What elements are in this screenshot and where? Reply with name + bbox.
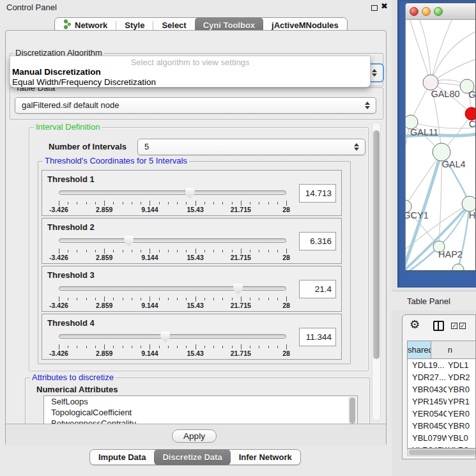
tab-label: jActiveMNodules [272, 20, 339, 30]
dropdown-option-equal-width[interactable]: Equal Width/Frequency Discretization [10, 77, 370, 88]
threshold-value-field[interactable]: 6.316 [299, 232, 336, 250]
slider-track[interactable] [59, 286, 286, 291]
number-of-intervals-combobox[interactable]: 5 [137, 139, 365, 155]
gear-icon[interactable]: ⚙ [410, 318, 420, 332]
close-traffic-light-icon[interactable] [410, 7, 418, 16]
table-row[interactable]: YDL19...YDL1 [408, 359, 476, 371]
attribute-item[interactable]: BetweennessCentrality [44, 418, 357, 424]
column-header-shared-name[interactable]: shared... [408, 341, 431, 358]
network-window: GAL80G.CGAL11GAL4GCY1HHAP2 [405, 3, 476, 271]
table-row[interactable]: YER054CYER0 [408, 408, 476, 420]
algorithm-dropdown-popup: Select algorithm to view settings Manual… [10, 56, 371, 88]
table-cell: YPR1 [447, 395, 476, 408]
control-panel: Control Panel ✖ Network Style Select Cyn… [0, 0, 392, 476]
tab-impute-data[interactable]: Impute Data [90, 449, 154, 465]
threshold-label: Threshold 2 [47, 222, 95, 232]
network-window-frame: GAL80G.CGAL11GAL4GCY1HHAP2 [397, 0, 476, 288]
tab-label: Select [162, 20, 186, 30]
table-horizontal-scrollbar[interactable] [407, 449, 476, 456]
scrollbar-thumb[interactable] [373, 130, 380, 359]
table-row[interactable]: YPR145WYPR1 [408, 395, 476, 408]
threshold-row: Threshold 4 -3.4262.8599.14415.4321.7152… [42, 314, 342, 360]
scrollbar-thumb[interactable] [349, 397, 355, 424]
table-cell: YDL1 [447, 359, 476, 371]
network-node[interactable] [462, 196, 476, 211]
slider-track[interactable] [59, 238, 286, 243]
stepper-icon [372, 69, 377, 77]
apply-row: Apply [6, 424, 386, 446]
slider-scale-labels: -3.4262.8599.14415.4321.71528 [59, 206, 286, 213]
slider-ticks [59, 296, 286, 302]
network-canvas[interactable]: GAL80G.CGAL11GAL4GCY1HHAP2 [406, 20, 476, 271]
slider-ticks [59, 249, 286, 254]
threshold-label: Threshold 1 [47, 174, 95, 184]
attribute-item[interactable]: TopologicalCoefficient [44, 407, 357, 418]
slider-thumb[interactable] [160, 332, 170, 342]
network-window-titlebar[interactable] [406, 3, 476, 20]
table-row[interactable]: YBL079WYBL0 [408, 432, 476, 444]
slider-thumb[interactable] [185, 188, 195, 199]
stepper-icon [365, 102, 370, 109]
attributes-group-label: Attributes to discretize [30, 372, 116, 382]
list-scrollbar[interactable] [348, 397, 357, 424]
node-table: shared... n YDL19...YDL1YDR27...YDR2YBR0… [407, 341, 476, 449]
table-cell: YDR2 [447, 371, 476, 383]
interval-group-label: Interval Definition [34, 122, 102, 132]
table-row[interactable]: YDR27...YDR2 [408, 371, 476, 383]
network-nodes: GAL80G.CGAL11GAL4GCY1HHAP2 [406, 75, 476, 271]
dropdown-option-manual[interactable]: Manual Discretization [10, 67, 370, 77]
table-cell: YBL0 [447, 432, 476, 444]
apply-button[interactable]: Apply [172, 429, 217, 443]
close-icon[interactable]: ✖ [381, 1, 388, 11]
table-cell: YDR27... [408, 371, 447, 383]
thresholds-groupbox: Threshold 1 -3.4262.8599.14415.4321.7152… [38, 161, 351, 364]
network-node[interactable] [465, 107, 476, 120]
slider-scale-labels: -3.4262.8599.14415.4321.71528 [59, 302, 286, 309]
checkbox-icon[interactable]: ✓ [451, 323, 457, 329]
cyni-mode-tab-bar: Impute Data Discretize Data Infer Networ… [89, 449, 301, 465]
table-cell: YBR0 [447, 420, 476, 432]
table-data-combobox[interactable]: galFiltered.sif default node [15, 97, 376, 114]
table-rows: YDL19...YDL1YDR27...YDR2YBR043CYBR0YPR14… [408, 359, 476, 449]
cyni-toolbox-panel: Discretization Algorithm Select algorith… [5, 30, 387, 446]
threshold-row: Threshold 2 -3.4262.8599.14415.4321.7152… [42, 218, 342, 264]
table-row[interactable]: YBR043CYBR0 [408, 383, 476, 395]
threshold-value-field[interactable]: 21.4 [299, 280, 336, 298]
float-icon[interactable] [371, 5, 378, 11]
attributes-groupbox: Numerical Attributes SelfLoopsTopologica… [25, 378, 370, 424]
network-node[interactable] [423, 75, 438, 90]
tab-label: Cyni Toolbox [203, 20, 255, 30]
network-node[interactable] [433, 143, 450, 161]
table-cell: YDL19... [408, 359, 447, 371]
threshold-value-field[interactable]: 14.713 [299, 184, 336, 203]
zoom-traffic-light-icon[interactable] [434, 7, 443, 16]
minimize-traffic-light-icon[interactable] [422, 7, 431, 16]
slider-thumb[interactable] [124, 236, 134, 247]
tab-label: Style [125, 20, 144, 30]
column-header-name[interactable]: n [431, 341, 476, 358]
table-cell: YER0 [447, 408, 476, 420]
table-row[interactable]: YLR345WYLR3 [408, 444, 476, 449]
table-row[interactable]: YBR045CYBR0 [408, 420, 476, 432]
attribute-item[interactable]: SelfLoops [44, 396, 357, 407]
threshold-value-field[interactable]: 11.344 [299, 328, 336, 346]
slider-thumb[interactable] [233, 284, 243, 295]
slider-track[interactable] [59, 190, 286, 195]
checkbox-icon[interactable]: ✓ [459, 323, 466, 329]
threshold-label: Threshold 3 [47, 270, 95, 280]
tab-discretize-data[interactable]: Discretize Data [154, 449, 230, 465]
scrollbar-thumb[interactable] [409, 450, 475, 455]
tab-infer-network[interactable]: Infer Network [231, 449, 300, 465]
settings-scrollbar[interactable] [372, 122, 381, 421]
node-label: C [469, 119, 475, 129]
node-label: G. [468, 89, 476, 100]
network-node[interactable] [452, 264, 464, 271]
numerical-attributes-list[interactable]: SelfLoopsTopologicalCoefficientBetweenne… [43, 395, 358, 424]
table-panel-window: ⚙ ✓ ✓ shared... n YDL19...YDL1YDR27...YD… [402, 314, 476, 459]
thresholds-group-label: Threshold's Coordinates for 5 Intervals [43, 156, 189, 165]
columns-icon[interactable] [433, 321, 444, 331]
threshold-row: Threshold 1 -3.4262.8599.14415.4321.7152… [42, 170, 342, 216]
table-cell: YBR043C [408, 383, 447, 395]
slider-track[interactable] [59, 334, 286, 339]
node-label: GAL4 [441, 159, 465, 169]
